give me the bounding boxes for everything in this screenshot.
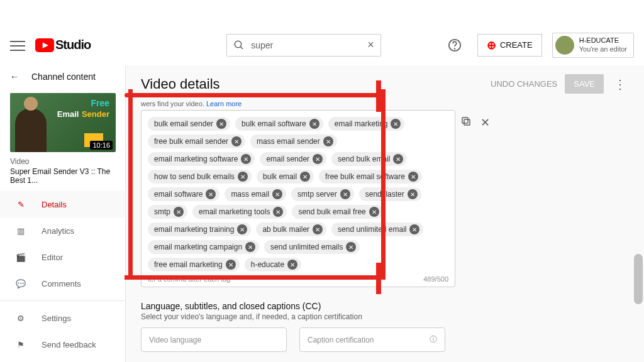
- tag-chip: send bulk email free✕: [292, 205, 382, 219]
- lang-desc: Select your video's language and, if nee…: [141, 312, 629, 321]
- flag-icon: ⚑: [14, 337, 28, 351]
- back-button[interactable]: ← Channel content: [0, 65, 125, 88]
- remove-tag-icon[interactable]: ✕: [231, 136, 242, 146]
- svg-point-3: [454, 48, 455, 49]
- undo-button[interactable]: UNDO CHANGES: [491, 79, 557, 89]
- remove-tag-icon[interactable]: ✕: [226, 260, 236, 270]
- remove-tag-icon[interactable]: ✕: [272, 189, 282, 199]
- remove-tag-icon[interactable]: ✕: [408, 189, 418, 199]
- tag-chip: bulk email software✕: [235, 117, 323, 131]
- tag-chip: email marketing software✕: [148, 152, 255, 166]
- remove-tag-icon[interactable]: ✕: [391, 119, 401, 129]
- tag-chip: bulk email sender✕: [148, 117, 230, 131]
- video-language-select[interactable]: Video language: [141, 327, 287, 352]
- remove-tag-icon[interactable]: ✕: [245, 242, 255, 252]
- tag-chip: email marketing tools✕: [192, 205, 287, 219]
- remove-tag-icon[interactable]: ✕: [323, 136, 333, 146]
- sidebar-item-analytics[interactable]: ▥Analytics: [0, 217, 125, 244]
- video-title: Super Email Sender V3 :: The Best 1...: [10, 167, 115, 185]
- comment-icon: 💬: [14, 277, 28, 290]
- remove-tag-icon[interactable]: ✕: [409, 224, 419, 234]
- tag-chip: mass email✕: [225, 187, 286, 201]
- create-button[interactable]: ⊕ CREATE: [477, 34, 542, 57]
- remove-tag-icon[interactable]: ✕: [300, 172, 310, 182]
- tag-chip: email marketing✕: [328, 117, 405, 131]
- arrow-left-icon: ←: [10, 72, 19, 82]
- remove-tag-icon[interactable]: ✕: [238, 172, 248, 182]
- sidebar-item-comments[interactable]: 💬Comments: [0, 270, 125, 297]
- clear-search-icon[interactable]: ×: [367, 38, 374, 52]
- video-thumbnail[interactable]: Free Email Sender 10:16: [10, 93, 115, 152]
- remove-tag-icon[interactable]: ✕: [340, 189, 350, 199]
- scrollbar-thumb[interactable]: [634, 254, 643, 304]
- remove-tag-icon[interactable]: ✕: [309, 119, 319, 129]
- youtube-play-icon: ▶: [35, 38, 54, 52]
- tag-chip: free email marketing✕: [148, 258, 240, 272]
- remove-tag-icon[interactable]: ✕: [313, 154, 323, 164]
- tag-chip: smtp server✕: [291, 187, 354, 201]
- duration-badge: 10:16: [90, 141, 113, 150]
- studio-logo[interactable]: ▶ Studio: [35, 38, 91, 52]
- tag-chip: email software✕: [148, 187, 219, 201]
- sidebar: ← Channel content Free Email Sender 10:1…: [0, 65, 126, 362]
- video-label: Video: [10, 157, 115, 166]
- svg-line-1: [240, 47, 243, 49]
- page-title: Video details: [141, 76, 220, 92]
- tag-chip: mass email sender✕: [250, 134, 337, 148]
- remove-tag-icon[interactable]: ✕: [216, 119, 226, 129]
- remove-tag-icon[interactable]: ✕: [346, 242, 356, 252]
- logo-text: Studio: [55, 38, 91, 52]
- tag-chip: sendblaster✕: [359, 187, 421, 201]
- sidebar-item-details[interactable]: ✎Details: [0, 191, 125, 217]
- more-icon[interactable]: ⋮: [611, 77, 629, 92]
- svg-rect-5: [462, 118, 468, 123]
- close-icon[interactable]: ✕: [480, 116, 490, 129]
- app-header: ▶ Studio × ⊕ CREATE H-EDUCATE You're an …: [0, 25, 644, 65]
- remove-tag-icon[interactable]: ✕: [237, 224, 247, 234]
- remove-tag-icon[interactable]: ✕: [393, 154, 403, 164]
- tag-counter: 489/500: [423, 275, 448, 283]
- remove-tag-icon[interactable]: ✕: [273, 207, 283, 217]
- sidebar-item-editor[interactable]: 🎬Editor: [0, 244, 125, 270]
- create-label: CREATE: [500, 40, 533, 50]
- tag-chip: email marketing campaign✕: [148, 240, 259, 254]
- caption-cert-select[interactable]: Caption certification ⓘ: [299, 327, 445, 352]
- create-plus-icon: ⊕: [487, 38, 496, 52]
- search-input[interactable]: [251, 40, 361, 50]
- remove-tag-icon[interactable]: ✕: [206, 189, 216, 199]
- lang-title: Language, subtitles, and closed captions…: [141, 301, 629, 311]
- remove-tag-icon[interactable]: ✕: [241, 154, 251, 164]
- help-icon[interactable]: [442, 33, 467, 58]
- tag-chip: send unlimited emails✕: [264, 240, 360, 254]
- remove-tag-icon[interactable]: ✕: [369, 207, 379, 217]
- help-icon[interactable]: ⓘ: [430, 334, 437, 345]
- sidebar-item-settings[interactable]: ⚙Settings: [0, 305, 125, 331]
- search-box[interactable]: ×: [226, 34, 381, 57]
- tag-chip: smtp✕: [148, 205, 187, 219]
- sidebar-item-send-feedback[interactable]: ⚑Send feedback: [0, 331, 125, 358]
- remove-tag-icon[interactable]: ✕: [287, 260, 297, 270]
- tag-chip: ab bulk mailer✕: [256, 222, 326, 236]
- film-icon: 🎬: [14, 250, 28, 264]
- account-chip[interactable]: H-EDUCATE You're an editor: [552, 33, 634, 58]
- tag-input-hint: ter a comma after each tag: [148, 275, 230, 283]
- search-icon: [233, 40, 245, 51]
- remove-tag-icon[interactable]: ✕: [408, 172, 418, 182]
- tags-field[interactable]: ✕ bulk email sender✕bulk email software✕…: [141, 110, 455, 287]
- tag-chip: free bulk email sender✕: [148, 134, 245, 148]
- svg-rect-4: [464, 119, 470, 125]
- copy-icon[interactable]: [460, 116, 472, 129]
- gear-icon: ⚙: [14, 311, 28, 325]
- remove-tag-icon[interactable]: ✕: [313, 224, 323, 234]
- tag-chip: h-educate✕: [245, 258, 301, 272]
- remove-tag-icon[interactable]: ✕: [174, 207, 184, 217]
- menu-icon[interactable]: [10, 38, 25, 53]
- save-button[interactable]: SAVE: [565, 74, 604, 94]
- learn-more-link[interactable]: Learn more: [206, 100, 242, 107]
- tag-chip: send bulk email✕: [331, 152, 407, 166]
- tags-hint: wers find your video. Learn more: [141, 100, 629, 107]
- avatar: [555, 36, 574, 55]
- main-panel: Video details UNDO CHANGES SAVE ⋮ wers f…: [126, 65, 644, 362]
- tag-chip: free bulk email software✕: [319, 170, 422, 184]
- back-label: Channel content: [31, 72, 96, 82]
